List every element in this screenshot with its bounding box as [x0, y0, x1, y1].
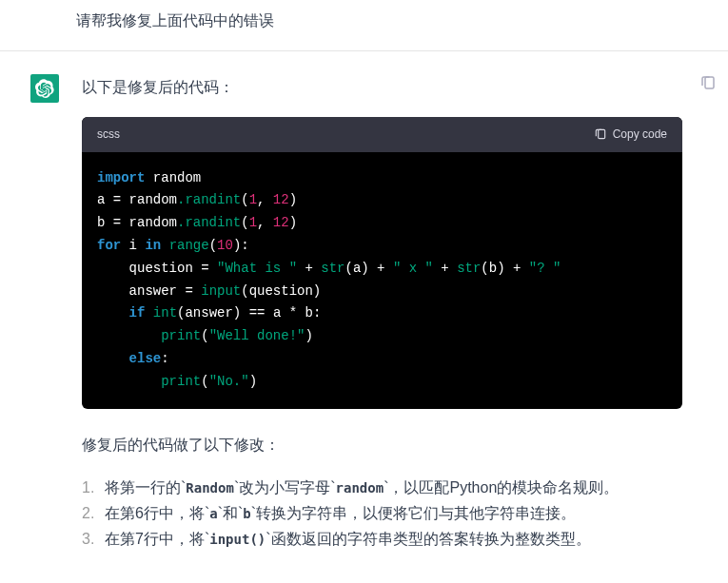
- copy-code-button[interactable]: Copy code: [594, 125, 667, 144]
- list-item: 在第7行中，将`input()`函数返回的字符串类型的答案转换为整数类型。: [82, 526, 682, 552]
- svg-rect-0: [598, 130, 604, 139]
- assistant-content: 以下是修复后的代码： scss Copy code import random …: [82, 74, 705, 552]
- assistant-avatar: [30, 74, 59, 103]
- clipboard-icon: [699, 74, 717, 91]
- code-header: scss Copy code: [82, 117, 682, 151]
- user-message-text: 请帮我修复上面代码中的错误: [76, 11, 728, 31]
- openai-logo-icon: [35, 79, 54, 98]
- copy-message-button[interactable]: [699, 74, 717, 91]
- code-body[interactable]: import random a = random.randint(1, 12) …: [82, 152, 682, 409]
- assistant-intro-text: 以下是修复后的代码：: [82, 74, 682, 100]
- clipboard-icon: [594, 127, 607, 141]
- code-block: scss Copy code import random a = random.…: [82, 117, 682, 408]
- list-item: 在第6行中，将`a`和`b`转换为字符串，以便将它们与其他字符串连接。: [82, 500, 682, 526]
- user-message-row: 请帮我修复上面代码中的错误: [0, 0, 728, 50]
- code-lang-label: scss: [97, 125, 120, 144]
- copy-code-label: Copy code: [613, 125, 667, 144]
- fixes-list: 将第一行的`Random`改为小写字母`random`，以匹配Python的模块…: [82, 475, 682, 553]
- svg-rect-1: [705, 77, 714, 88]
- assistant-message-row: 以下是修复后的代码： scss Copy code import random …: [0, 51, 728, 552]
- list-item: 将第一行的`Random`改为小写字母`random`，以匹配Python的模块…: [82, 475, 682, 500]
- explanation-header: 修复后的代码做了以下修改：: [82, 432, 682, 457]
